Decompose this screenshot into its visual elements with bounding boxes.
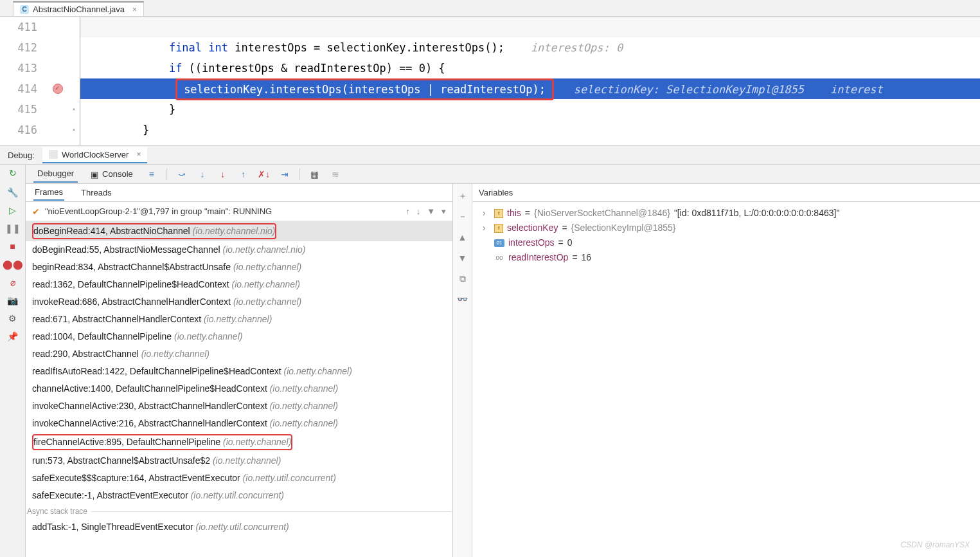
stack-frame[interactable]: doBeginRead:414, AbstractNioChannel (io.… [26, 221, 452, 241]
stop-icon[interactable]: ■ [7, 241, 19, 252]
stack-frame[interactable]: invokeChannelActive:216, AbstractChannel… [26, 415, 452, 432]
copy-icon[interactable]: ⧉ [457, 273, 468, 284]
code-line: if ((interestOps & readInterestOp) == 0)… [80, 58, 980, 78]
prev-frame-icon[interactable]: ↑ [405, 206, 410, 216]
stack-frame[interactable]: doBeginRead:55, AbstractNioMessageChanne… [26, 241, 452, 259]
code-line: final int interestOps = selectionKey.int… [80, 37, 980, 58]
down-icon[interactable]: ▼ [457, 252, 468, 264]
stack-frame[interactable]: read:671, AbstractChannelHandlerContext … [26, 311, 452, 328]
breakpoint-icon[interactable] [53, 84, 63, 94]
tab-threads[interactable]: Threads [80, 185, 113, 200]
variables-panel: Variables ›fthis = {NioServerSocketChann… [472, 184, 980, 557]
stack-frame[interactable]: invokeChannelActive:230, AbstractChannel… [26, 397, 452, 415]
stack-frame[interactable]: channelActive:1400, DefaultChannelPipeli… [26, 380, 452, 397]
inline-hint: selectionKey: SelectionKeyImpl@1855 inte… [574, 83, 883, 96]
frames-threads-tabs: Frames Threads [26, 184, 452, 202]
stack-frame[interactable]: safeExecute$$$capture:164, AbstractEvent… [26, 470, 452, 487]
variables-list[interactable]: ›fthis = {NioServerSocketChannel@1846} "… [472, 202, 980, 557]
debug-label: Debug: [0, 151, 42, 160]
primitive-icon: 01 [494, 239, 504, 247]
camera-icon[interactable]: 📷 [7, 295, 19, 306]
fold-up-icon[interactable]: ▴ [72, 125, 76, 132]
thread-selector[interactable]: ✔ "nioEventLoopGroup-2-1"@1,797 in group… [26, 202, 452, 221]
show-execution-point-icon[interactable]: ≡ [146, 169, 157, 180]
stack-frame[interactable]: beginRead:834, AbstractChannel$AbstractU… [26, 259, 452, 276]
filter-icon[interactable]: ▼ [427, 206, 435, 216]
stack-frame[interactable]: read:1362, DefaultChannelPipeline$HeadCo… [26, 276, 452, 293]
line-number: 413 [0, 58, 37, 78]
debug-header: Debug: WorldClockServer × [0, 145, 980, 165]
variable-row[interactable]: ›fselectionKey = {SelectionKeyImpl@1855} [479, 221, 974, 235]
step-into-icon[interactable]: ↓ [197, 169, 208, 180]
stack-frame[interactable]: readIfIsAutoRead:1422, DefaultChannelPip… [26, 363, 452, 380]
tab-console[interactable]: ▣Console [87, 166, 137, 183]
stack-frame[interactable]: read:290, AbstractChannel (io.netty.chan… [26, 345, 452, 363]
line-number: 416 [0, 120, 37, 140]
code-area[interactable]: final int interestOps = selectionKey.int… [80, 17, 980, 145]
stack-frame[interactable]: run:573, AbstractChannel$AbstractUnsafe$… [26, 452, 452, 470]
trace-icon[interactable]: ≋ [330, 169, 341, 180]
next-frame-icon[interactable]: ↓ [416, 206, 421, 216]
step-out-icon[interactable]: ↑ [238, 169, 249, 180]
expand-arrow-icon[interactable]: › [483, 221, 490, 235]
variable-row[interactable]: ›fthis = {NioServerSocketChannel@1846} "… [479, 206, 974, 221]
wrench-icon[interactable]: 🔧 [7, 187, 19, 198]
resume-icon[interactable]: ▷ [7, 205, 19, 216]
variable-name: readInterestOp [508, 250, 568, 265]
tab-filename: AbstractNioChannel.java [33, 5, 125, 14]
remove-watch-icon[interactable]: － [457, 211, 468, 223]
pin-icon[interactable]: 📌 [7, 331, 19, 342]
evaluate-expression-icon[interactable]: ▦ [309, 169, 321, 180]
final-icon: oo [494, 254, 504, 262]
variable-name: selectionKey [507, 221, 558, 235]
variable-value: "[id: 0xd811f71b, L:/0:0:0:0:0:0:0:0:846… [674, 206, 839, 221]
new-watch-icon[interactable]: ＋ [457, 190, 468, 202]
expand-arrow-icon[interactable]: › [483, 206, 490, 221]
variable-row[interactable]: 01interestOps = 0 [479, 235, 974, 250]
run-to-cursor-icon[interactable]: ⇥ [279, 169, 290, 180]
editor-tab[interactable]: C AbstractNioChannel.java × [13, 1, 144, 16]
variable-row[interactable]: ooreadInterestOp = 16 [479, 250, 974, 265]
java-class-icon: C [20, 5, 29, 14]
line-number: 412 [0, 37, 37, 58]
code-line: } [80, 99, 980, 120]
variables-toolbar: ＋ － ▲ ▼ ⧉ 👓 [453, 184, 472, 557]
step-over-icon[interactable]: ⤻ [176, 169, 188, 180]
gutter-markers [45, 17, 71, 145]
code-line-current: selectionKey.interestOps(interestOps | r… [80, 78, 980, 99]
stack-frame[interactable]: invokeRead:686, AbstractChannelHandlerCo… [26, 293, 452, 311]
fold-column: ▴ ▴ [71, 17, 80, 145]
debug-side-toolbar: 🔧 ▷ ❚❚ ■ ⬤⬤ ⌀ 📷 ⚙ 📌 [0, 184, 26, 557]
check-icon: ✔ [32, 206, 40, 217]
glasses-icon[interactable]: 👓 [457, 293, 468, 305]
highlighted-statement: selectionKey.interestOps(interestOps | r… [175, 78, 554, 100]
stack-frame[interactable]: safeExecute:-1, AbstractEventExecutor (i… [26, 487, 452, 504]
pause-icon[interactable]: ❚❚ [7, 223, 19, 234]
close-icon[interactable]: × [132, 5, 137, 14]
variable-type: {SelectionKeyImpl@1855} [571, 221, 676, 235]
stack-frame[interactable]: read:1004, DefaultChannelPipeline (io.ne… [26, 328, 452, 345]
debug-toolbar: Debugger ▣Console ≡ ⤻ ↓ ↓ ↑ ✗↓ ⇥ ▦ ≋ [26, 165, 980, 184]
watermark: CSDN @romanYSX [900, 540, 970, 549]
run-config-icon [49, 150, 58, 159]
mute-breakpoints-icon[interactable]: ⌀ [7, 277, 19, 288]
drop-frame-icon[interactable]: ✗↓ [258, 169, 270, 180]
run-configuration[interactable]: WorldClockServer × [42, 147, 148, 163]
force-step-into-icon[interactable]: ↓ [217, 169, 229, 180]
editor-tab-bar: C AbstractNioChannel.java × [0, 0, 980, 17]
dropdown-icon[interactable]: ▾ [441, 206, 446, 216]
code-editor[interactable]: 411 412 413 414 415 416 ▴ ▴ final int [0, 17, 980, 145]
frame-list[interactable]: doBeginRead:414, AbstractNioChannel (io.… [26, 221, 452, 557]
thread-name: "nioEventLoopGroup-2-1"@1,797 in group "… [45, 206, 272, 216]
tab-frames[interactable]: Frames [33, 185, 64, 201]
rerun-icon[interactable]: ↻ [7, 167, 19, 179]
settings-icon[interactable]: ⚙ [7, 313, 19, 324]
line-number-gutter: 411 412 413 414 415 416 [0, 17, 45, 145]
tab-debugger[interactable]: Debugger [33, 165, 78, 183]
up-icon[interactable]: ▲ [457, 232, 468, 243]
close-icon[interactable]: × [136, 150, 141, 159]
view-breakpoints-icon[interactable]: ⬤⬤ [7, 259, 19, 270]
stack-frame[interactable]: addTask:-1, SingleThreadEventExecutor (i… [26, 518, 452, 536]
stack-frame[interactable]: fireChannelActive:895, DefaultChannelPip… [26, 432, 452, 452]
fold-up-icon[interactable]: ▴ [72, 105, 76, 112]
